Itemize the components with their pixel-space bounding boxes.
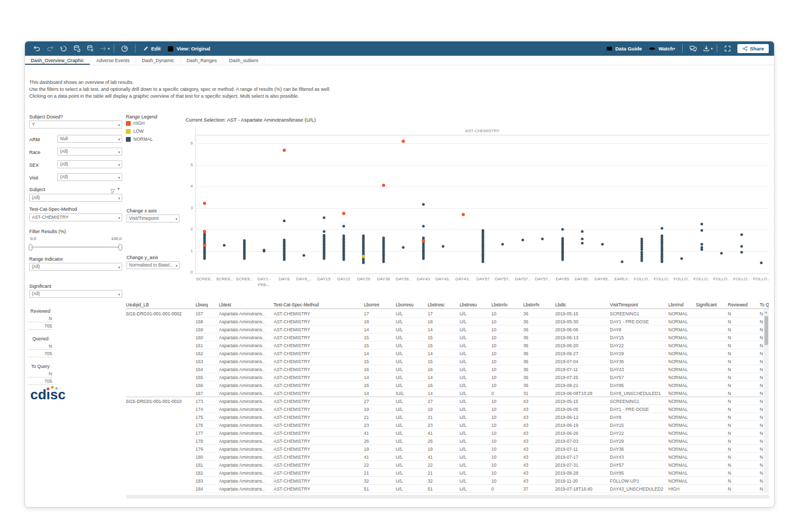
table-cell-lbnrind[interactable]: NORMAL (668, 319, 695, 324)
table-cell-reviewed[interactable]: N (728, 431, 759, 436)
table-cell-lborresu[interactable]: U/L (396, 454, 427, 460)
table-cell-lbdtc[interactable]: 2019-08-21 (555, 383, 609, 388)
table-cell-lbnrind[interactable]: NORMAL (668, 359, 695, 364)
watch-button[interactable]: Watch ▾ (645, 45, 678, 53)
data-point-high[interactable] (203, 244, 206, 247)
data-point-high[interactable] (402, 140, 405, 143)
table-cell-lbstresc[interactable]: 15 (428, 343, 458, 348)
table-cell-visittimepoint[interactable]: DAY43 (610, 454, 667, 460)
table-cell-lbstresc[interactable]: 14 (428, 375, 458, 380)
table-cell-reviewed[interactable]: N (728, 415, 759, 420)
table-cell-lborres[interactable]: 23 (364, 423, 395, 428)
table-cell-lbstnrhi[interactable]: 36 (523, 319, 554, 324)
data-point-high[interactable] (422, 239, 425, 243)
table-cell-lbseq[interactable]: 181 (196, 462, 218, 468)
table-cell-lbstnrlo[interactable]: 10 (491, 327, 522, 332)
table-cell-lborres[interactable]: 27 (364, 399, 395, 404)
table-cell-lbstresu[interactable]: U/L (460, 462, 490, 468)
table-cell-lbnrind[interactable]: NORMAL (668, 447, 695, 452)
table-cell-lbstnrlo[interactable]: 10 (491, 423, 522, 428)
table-cell-lbstresu[interactable]: U/L (460, 383, 490, 388)
data-point-normal[interactable] (283, 239, 285, 242)
table-cell-reviewed[interactable]: N (728, 367, 759, 372)
table-cell-lbseq[interactable]: 164 (196, 367, 218, 372)
filter-select-arm[interactable]: Null▾ (57, 135, 122, 143)
table-cell-lbseq[interactable]: 183 (196, 478, 218, 484)
table-cell-lbstnrlo[interactable]: 10 (491, 462, 522, 468)
table-cell-test-cat-spec-method[interactable]: AST-CHEMISTRY (274, 423, 363, 428)
table-cell-lborres[interactable]: 19 (364, 447, 395, 452)
table-cell-lbnrind[interactable]: NORMAL (668, 343, 695, 348)
table-cell-lbseq[interactable]: 173 (196, 399, 218, 404)
table-cell-lborresu[interactable]: U/L (396, 486, 427, 492)
table-cell-lbseq[interactable]: 166 (196, 383, 218, 388)
table-cell-lbstnrlo[interactable]: 10 (491, 415, 522, 420)
table-cell-lborresu[interactable]: U/L (396, 423, 427, 428)
table-cell-test-cat-spec-method[interactable]: AST-CHEMISTRY (274, 359, 363, 364)
table-cell-lbnrind[interactable]: NORMAL (668, 311, 695, 316)
table-cell-lbnrind[interactable]: NORMAL (668, 439, 695, 444)
table-cell-lbstnrlo[interactable]: 10 (491, 407, 522, 412)
table-cell-lbdtc[interactable]: 2019-05-30 (555, 319, 609, 324)
table-cell-lbnrind[interactable]: NORMAL (668, 375, 695, 380)
table-cell-lbstnrhi[interactable]: 36 (523, 343, 554, 348)
table-cell-lborres[interactable]: 14 (364, 375, 395, 380)
table-cell-lbnrind[interactable]: NORMAL (668, 367, 695, 372)
table-cell-lbstresc[interactable]: 23 (428, 423, 458, 428)
table-cell-reviewed[interactable]: N (728, 391, 759, 396)
data-point-normal[interactable] (740, 234, 743, 236)
table-cell-lbdtc[interactable]: 2019-08-28 (555, 470, 609, 476)
table-cell-lborresu[interactable]: IU/L (396, 391, 427, 396)
table-cell-lbtest[interactable]: Aspartate Aminotrans.. (219, 311, 273, 316)
table-cell-lbnrind[interactable]: NORMAL (668, 351, 695, 356)
table-cell-lborresu[interactable]: U/L (396, 351, 427, 356)
table-cell-lbstnrlo[interactable]: 10 (491, 319, 522, 324)
undo-button[interactable] (30, 43, 44, 54)
table-cell-lbstresc[interactable]: 17 (428, 311, 458, 316)
table-cell-lborres[interactable]: 21 (364, 415, 395, 420)
table-cell-lbstnrhi[interactable]: 36 (523, 327, 554, 332)
table-cell-lbseq[interactable]: 175 (196, 415, 218, 420)
table-cell-lbstnrlo[interactable]: 10 (491, 343, 522, 348)
table-cell-lbnrind[interactable]: NORMAL (668, 335, 695, 340)
table-cell-visittimepoint[interactable]: DAY1 - PRE-DOSE (610, 407, 667, 412)
table-cell-lbdtc[interactable]: 2019-06-08T10:28 (555, 391, 609, 396)
table-cell-lbdtc[interactable]: 2019-05-15 (555, 399, 609, 404)
table-cell-lbstresu[interactable]: U/L (460, 399, 490, 404)
table-cell-reviewed[interactable]: N (728, 423, 759, 428)
table-cell-lbstresu[interactable]: U/L (460, 447, 490, 452)
data-point-high[interactable] (203, 202, 206, 205)
data-point-normal[interactable] (283, 219, 285, 222)
table-cell-lbtest[interactable]: Aspartate Aminotrans.. (219, 343, 273, 348)
table-cell-lbstresc[interactable]: 22 (428, 462, 458, 468)
download-caret-icon[interactable]: ▾ (711, 47, 713, 51)
table-cell-lbstresc[interactable]: 19 (428, 407, 458, 412)
data-point-normal[interactable] (422, 203, 424, 206)
table-cell-lborres[interactable]: 26 (364, 439, 395, 444)
table-cell-lbseq[interactable]: 160 (196, 335, 218, 340)
table-cell-lborres[interactable]: 15 (364, 359, 395, 364)
data-point-normal[interactable] (621, 260, 624, 263)
table-cell-reviewed[interactable]: N (728, 486, 759, 492)
table-cell-lbseq[interactable]: 177 (196, 431, 218, 436)
table-cell-lbtest[interactable]: Aspartate Aminotrans.. (219, 447, 273, 452)
table-cell-reviewed[interactable]: N (728, 399, 759, 404)
table-cell-visittimepoint[interactable]: SCREENING1 (610, 311, 667, 316)
table-cell-lbstresu[interactable]: U/L (460, 335, 490, 340)
table-cell-lbstresu[interactable]: U/L (460, 367, 490, 372)
table-cell-lbnrind[interactable]: NORMAL (668, 431, 695, 436)
table-cell-lbtest[interactable]: Aspartate Aminotrans.. (219, 423, 273, 428)
table-cell-lbstresc[interactable]: 51 (428, 486, 458, 492)
table-cell-lbstnrlo[interactable]: 0 (491, 486, 522, 492)
table-cell-lbdtc[interactable]: 2019-06-06 (555, 327, 609, 332)
table-cell-lbtest[interactable]: Aspartate Aminotrans.. (219, 399, 273, 404)
table-cell-lbstnrlo[interactable]: 10 (491, 375, 522, 380)
tab-dash-overview-graphic[interactable]: Dash_Overview_Graphic (25, 56, 90, 65)
table-cell-lborres[interactable]: 22 (364, 462, 395, 468)
table-cell-lbstresu[interactable]: U/L (460, 343, 490, 348)
table-cell-reviewed[interactable]: N (728, 470, 759, 476)
table-cell-lborresu[interactable]: U/L (396, 335, 427, 340)
table-cell-lbstresc[interactable]: 18 (428, 319, 458, 324)
table-cell-lbstresc[interactable]: 21 (428, 470, 458, 476)
share-button[interactable]: Share (737, 44, 769, 53)
